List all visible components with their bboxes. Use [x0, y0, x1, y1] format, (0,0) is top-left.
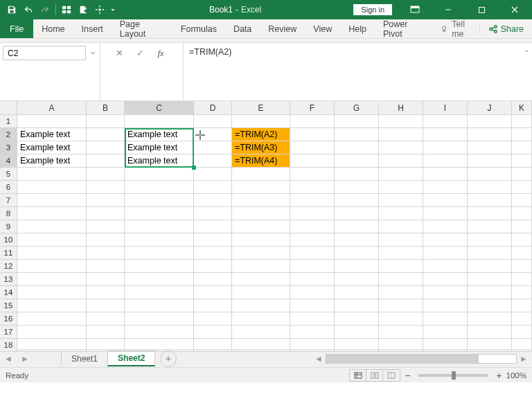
ribbon-display-options-icon[interactable] [399, 0, 431, 19]
tab-home[interactable]: Home [33, 19, 73, 38]
tab-view[interactable]: View [305, 19, 340, 38]
cell[interactable] [17, 207, 87, 220]
cell[interactable] [335, 181, 379, 194]
cell[interactable] [290, 260, 335, 273]
cell[interactable] [87, 260, 125, 273]
sheet-tab-sheet2[interactable]: Sheet2 [107, 351, 155, 366]
cell[interactable] [512, 154, 532, 168]
cell[interactable] [335, 247, 379, 260]
tab-power-pivot[interactable]: Power Pivot [375, 19, 434, 38]
cell[interactable] [125, 312, 194, 326]
cell[interactable] [290, 154, 335, 168]
redo-icon[interactable] [37, 2, 53, 17]
tab-insert[interactable]: Insert [73, 19, 112, 38]
cell[interactable] [290, 286, 335, 299]
cell[interactable] [335, 326, 379, 339]
cell[interactable] [125, 286, 194, 299]
cell[interactable] [335, 207, 379, 220]
cell[interactable] [379, 141, 423, 154]
cell[interactable]: =TRIM(A2) [232, 128, 290, 141]
cell[interactable] [17, 312, 87, 326]
cell[interactable] [512, 168, 532, 181]
cell[interactable] [423, 326, 468, 339]
cell[interactable] [423, 339, 468, 352]
cell[interactable] [335, 141, 379, 154]
cell[interactable]: =TRIM(A4) [232, 154, 290, 168]
cell[interactable]: Example text [17, 154, 87, 168]
row-header[interactable]: 5 [0, 168, 17, 181]
cell[interactable] [423, 128, 468, 141]
cell[interactable] [194, 115, 232, 128]
cell[interactable] [17, 326, 87, 339]
cell[interactable] [87, 115, 125, 128]
cell[interactable] [125, 194, 194, 207]
cell[interactable] [232, 220, 290, 233]
cell[interactable] [379, 260, 423, 273]
cell[interactable] [379, 233, 423, 247]
cell[interactable]: Example text [17, 141, 87, 154]
cell[interactable] [512, 326, 532, 339]
cell[interactable]: Example text [125, 141, 194, 154]
cell[interactable] [335, 154, 379, 168]
tell-me-search[interactable]: Tell me [434, 19, 479, 39]
cell[interactable] [87, 273, 125, 286]
cell[interactable] [290, 312, 335, 326]
cell[interactable] [194, 299, 232, 312]
cell[interactable] [335, 128, 379, 141]
cell[interactable] [468, 194, 512, 207]
cell[interactable] [468, 168, 512, 181]
cancel-formula-icon[interactable]: ✕ [109, 46, 130, 60]
zoom-level[interactable]: 100% [506, 371, 526, 380]
cell[interactable] [379, 194, 423, 207]
cell[interactable] [87, 181, 125, 194]
cell[interactable] [423, 181, 468, 194]
cell[interactable] [232, 207, 290, 220]
cell[interactable] [87, 299, 125, 312]
cell[interactable] [379, 181, 423, 194]
page-break-view-icon[interactable] [383, 370, 400, 381]
cell[interactable] [232, 273, 290, 286]
cell[interactable] [379, 312, 423, 326]
cell[interactable] [512, 207, 532, 220]
cell[interactable] [87, 339, 125, 352]
cell[interactable] [87, 141, 125, 154]
cell[interactable] [87, 247, 125, 260]
cell[interactable] [335, 260, 379, 273]
cell[interactable] [468, 181, 512, 194]
cell[interactable] [335, 233, 379, 247]
col-header-H[interactable]: H [379, 101, 423, 114]
cell[interactable] [194, 168, 232, 181]
cell[interactable] [468, 260, 512, 273]
cell[interactable] [379, 326, 423, 339]
cell[interactable] [512, 115, 532, 128]
maximize-icon[interactable] [466, 0, 497, 19]
cell[interactable] [194, 260, 232, 273]
cell[interactable] [468, 115, 512, 128]
worksheet-grid[interactable]: A B C D E F G H I J K 12Example textExam… [0, 101, 532, 349]
row-header[interactable]: 15 [0, 299, 17, 312]
cell[interactable] [194, 207, 232, 220]
cell[interactable] [87, 168, 125, 181]
cell[interactable] [194, 220, 232, 233]
cell[interactable] [232, 286, 290, 299]
cell[interactable] [379, 339, 423, 352]
cell[interactable] [379, 299, 423, 312]
name-box[interactable] [3, 46, 86, 60]
name-box-dropdown-icon[interactable] [89, 46, 97, 60]
save-icon[interactable] [4, 2, 19, 17]
close-icon[interactable] [499, 0, 531, 19]
cell[interactable] [194, 194, 232, 207]
cell[interactable] [423, 247, 468, 260]
cell[interactable] [468, 220, 512, 233]
cell[interactable] [379, 247, 423, 260]
cell[interactable] [232, 247, 290, 260]
col-header-C[interactable]: C [125, 101, 194, 114]
cell[interactable] [194, 154, 232, 168]
cell[interactable] [290, 115, 335, 128]
cell[interactable] [17, 260, 87, 273]
cell[interactable] [335, 312, 379, 326]
cell[interactable] [512, 233, 532, 247]
cell[interactable] [379, 115, 423, 128]
qat-icon[interactable] [76, 2, 91, 17]
cell[interactable] [125, 339, 194, 352]
